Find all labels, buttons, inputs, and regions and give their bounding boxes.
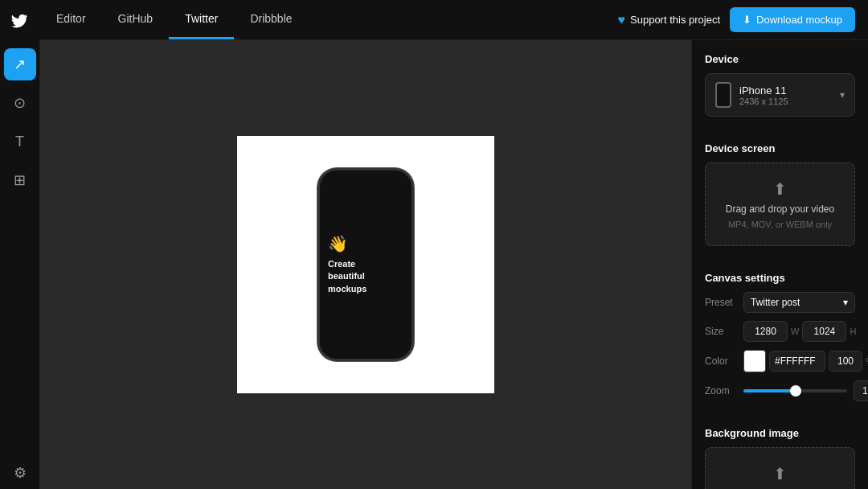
canvas-mockup: 👋 Create beautiful mockups [237,136,494,393]
upload-image-icon: ⬆ [773,464,787,483]
image-drop-zone[interactable]: ⬆ Drag and drop your image PNG, or JPG o… [705,447,855,489]
color-label: Color [705,355,737,367]
color-row: Color % [705,350,855,372]
device-section-title: Device [705,53,855,65]
text-tool[interactable]: T [4,125,36,158]
settings-tool[interactable]: ⚙ [4,457,36,489]
preset-chevron-icon: ▾ [843,297,848,308]
canvas-settings-section: Canvas settings Preset Twitter post ▾ Si… [705,272,855,401]
video-drop-title: Drag and drop your video [726,203,834,215]
zoom-row: Zoom % [705,380,855,401]
nav-item-twitter[interactable]: Twitter [169,0,234,39]
left-sidebar: ↗ ⊙ T ⊞ ⚙ [0,40,40,489]
right-panel: Device iPhone 11 2436 x 1125 ▾ Device sc… [691,40,868,489]
device-resolution: 2436 x 1125 [739,97,832,106]
width-input[interactable] [743,321,788,342]
nav-bar: Editor GitHub Twitter Dribbble [40,0,309,39]
download-icon: ⬇ [743,14,751,26]
preset-row: Preset Twitter post ▾ [705,292,855,313]
phone-mockup: 👋 Create beautiful mockups [317,168,414,361]
device-section: Device iPhone 11 2436 x 1125 ▾ [705,53,855,117]
device-screen-title: Device screen [705,142,855,154]
preset-select[interactable]: Twitter post ▾ [743,292,855,313]
support-button[interactable]: ♥ Support this project [618,13,721,27]
size-label: Size [705,326,737,337]
phone-emoji: 👋 [328,234,348,253]
phone-screen: 👋 Create beautiful mockups [320,171,411,359]
preset-label: Preset [705,297,737,308]
nav-item-dribbble[interactable]: Dribbble [234,0,308,39]
size-inputs: W H [743,321,856,342]
top-navigation: Editor GitHub Twitter Dribbble ♥ Support… [0,0,868,40]
phone-notch [350,177,382,183]
cursor-icon: ↗ [14,55,26,73]
phone-text: Create beautiful mockups [328,258,366,295]
device-name: iPhone 11 [739,84,832,97]
video-drop-subtitle: MP4, MOV, or WEBM only [728,220,832,229]
color-opacity-input[interactable] [829,351,862,372]
search-icon: ⊙ [14,94,26,112]
phone-body: 👋 Create beautiful mockups [317,168,414,361]
height-unit: H [850,327,856,336]
width-unit: W [791,327,799,336]
zoom-value-input[interactable] [854,380,868,401]
height-input[interactable] [802,321,846,342]
download-button[interactable]: ⬇ Download mockup [730,7,855,32]
heart-icon: ♥ [618,13,626,27]
background-image-title: Background image [705,427,855,439]
zoom-label: Zoom [705,385,737,397]
device-screen-section: Device screen ⬆ Drag and drop your video… [705,142,855,246]
text-icon: T [15,134,24,150]
image-tool[interactable]: ⊞ [4,164,36,196]
main-layout: ↗ ⊙ T ⊞ ⚙ 👋 Create [0,40,868,489]
canvas-area[interactable]: 👋 Create beautiful mockups [40,40,691,489]
logo-icon [10,10,30,30]
nav-item-github[interactable]: GitHub [102,0,170,39]
search-tool[interactable]: ⊙ [4,87,36,119]
color-swatch[interactable] [743,350,766,372]
device-selector[interactable]: iPhone 11 2436 x 1125 ▾ [705,73,855,117]
zoom-slider[interactable] [743,389,847,392]
logo[interactable] [0,0,40,40]
video-drop-zone[interactable]: ⬆ Drag and drop your video MP4, MOV, or … [705,162,855,246]
upload-icon: ⬆ [773,179,787,199]
device-info: iPhone 11 2436 x 1125 [739,84,832,106]
background-image-section: Background image ⬆ Drag and drop your im… [705,427,855,489]
color-hex-input[interactable] [769,351,825,372]
gear-icon: ⚙ [14,464,27,482]
nav-right-actions: ♥ Support this project ⬇ Download mockup [618,7,868,32]
chevron-down-icon: ▾ [840,89,845,101]
image-icon: ⊞ [14,171,26,189]
nav-item-editor[interactable]: Editor [40,0,102,39]
device-icon [715,82,731,108]
cursor-tool[interactable]: ↗ [4,48,36,80]
size-row: Size W H [705,321,855,342]
color-inputs: % [743,350,868,372]
canvas-settings-title: Canvas settings [705,272,855,284]
